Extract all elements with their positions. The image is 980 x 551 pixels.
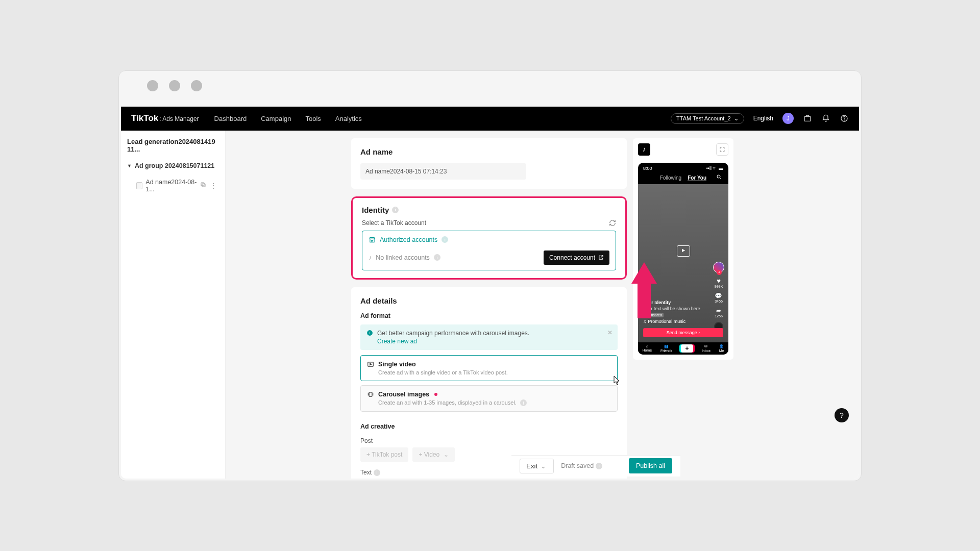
briefcase-icon[interactable] (803, 114, 812, 123)
info-banner: i Get better campaign performance with c… (360, 324, 618, 350)
top-nav: TikTok : Ads Manager Dashboard Campaign … (121, 107, 859, 131)
preview-cta: Send message › (643, 328, 723, 337)
brand-logo[interactable]: TikTok : Ads Manager (131, 113, 199, 123)
help-icon[interactable] (840, 114, 849, 123)
banner-text: Get better campaign performance with car… (377, 330, 529, 337)
browser-window: TikTok : Ads Manager Dashboard Campaign … (118, 70, 862, 481)
app-body: TikTok : Ads Manager Dashboard Campaign … (121, 107, 859, 479)
music-note-icon: ♪ (369, 254, 372, 261)
share-icon: ➦1256 (715, 307, 723, 318)
nav-analytics[interactable]: Analytics (335, 115, 362, 122)
tab-friends: 👥Friends (660, 344, 672, 353)
sponsored-badge: Sponsored (643, 313, 664, 317)
format-carousel[interactable]: Carousel images Create an ad with 1-35 i… (360, 385, 618, 412)
tab-home: ⌂Home (642, 344, 652, 353)
banner-content: Get better campaign performance with car… (377, 330, 529, 345)
sidebar: Lead generation2024081419​11... ▼ Ad gro… (121, 131, 226, 479)
chevron-down-icon: ⌄ (734, 115, 739, 122)
tab-foryou: For You (688, 175, 706, 181)
carousel-icon (367, 391, 374, 398)
phone-tabs: Following For You (638, 174, 728, 184)
account-selector[interactable]: TTAM Test Account_2 ⌄ (671, 113, 744, 124)
chevron-down-icon: ⌄ (541, 462, 546, 470)
tiktok-app-icon: ♪ (638, 143, 650, 156)
phone-preview: 8:00 ••ll ᯤ ▬ Following For You (638, 163, 728, 355)
video-placeholder-icon (677, 245, 690, 257)
connect-account-button[interactable]: Connect account (544, 251, 609, 265)
identity-card: Identity i Select a TikTok account (351, 196, 627, 280)
ad-item-label: Ad name2024-08-1... (145, 179, 197, 193)
chevron-down-icon: ⌄ (444, 451, 449, 458)
nav-tools[interactable]: Tools (305, 115, 321, 122)
draft-status: Draft saved i (561, 462, 602, 469)
traffic-light-min[interactable] (169, 80, 180, 91)
account-box: Authorized accounts i ♪ No linked accoun… (362, 231, 616, 270)
carousel-title: Carousel images (378, 391, 429, 398)
post-label: Post (360, 437, 618, 444)
search-icon (716, 174, 722, 180)
no-linked-label: No linked accounts (376, 254, 430, 261)
side-icons: ♥999K 💬3456 ➦1256 (713, 262, 724, 331)
caption-area: Your Identity Your text will be shown he… (643, 300, 700, 324)
exit-button[interactable]: Exit ⌄ (520, 459, 554, 473)
more-icon[interactable]: ⋮ (210, 182, 217, 189)
music-line: ♫ Promotional music (643, 319, 700, 324)
sidebar-ad-item[interactable]: Ad name2024-08-1... ⋮ (127, 176, 219, 196)
svg-point-9 (717, 175, 720, 178)
info-icon: i (366, 330, 373, 336)
svg-rect-4 (201, 183, 204, 186)
phone-tabbar: ⌂Home 👥Friends + ✉Inbox 👤Me (638, 342, 728, 355)
brand-sub: : Ads Manager (159, 115, 199, 122)
language-label[interactable]: English (753, 115, 773, 122)
carousel-desc: Create an ad with 1-35 images, displayed… (378, 399, 611, 407)
preview-card: ♪ 8:00 ••ll ᯤ ▬ Following For You (633, 138, 733, 360)
sidebar-campaign[interactable]: Lead generation2024081419​11... (127, 138, 219, 153)
traffic-light-close[interactable] (147, 80, 158, 91)
close-icon[interactable]: ✕ (607, 329, 612, 336)
tiktok-post-button[interactable]: + TikTok post (360, 447, 408, 462)
ad-format-label: Ad format (360, 312, 618, 319)
brand-name: TikTok (131, 113, 158, 123)
bell-icon[interactable] (821, 114, 830, 123)
copy-icon[interactable] (200, 182, 206, 189)
nav-dashboard[interactable]: Dashboard (214, 115, 247, 122)
ad-name-input[interactable] (360, 163, 526, 180)
format-single-video[interactable]: Single video Create ad with a single vid… (360, 355, 618, 381)
info-icon[interactable]: i (442, 236, 448, 243)
refresh-icon[interactable] (609, 219, 616, 227)
help-fab[interactable]: ? (835, 408, 849, 422)
authorized-row[interactable]: Authorized accounts i (369, 236, 609, 243)
expand-icon[interactable] (716, 143, 728, 156)
identity-select-label: Select a TikTok account (362, 219, 616, 227)
single-video-desc: Create ad with a single video or a TikTo… (378, 369, 611, 375)
phone-status-bar: 8:00 ••ll ᯤ ▬ (638, 163, 728, 174)
text-line: Your text will be shown here (643, 306, 700, 311)
ad-details-title: Ad details (360, 296, 618, 305)
tab-following: Following (660, 175, 681, 181)
user-avatar[interactable]: J (782, 113, 794, 124)
sidebar-adgroup[interactable]: ▼ Ad group 20240815071121 (127, 160, 219, 171)
banner-link[interactable]: Create new ad (377, 338, 529, 345)
content-area: Lead generation2024081419​11... ▼ Ad gro… (121, 131, 859, 479)
info-icon[interactable]: i (434, 254, 440, 261)
phone-screen: ♥999K 💬3456 ➦1256 Your Identity Your tex… (638, 184, 728, 342)
ad-name-card: Ad name (351, 138, 627, 189)
preview-column: ♪ 8:00 ••ll ᯤ ▬ Following For You (633, 138, 733, 479)
svg-point-2 (844, 120, 845, 120)
ad-creative-label: Ad creative (360, 423, 618, 430)
traffic-light-max[interactable] (191, 80, 202, 91)
nav-right: TTAM Test Account_2 ⌄ English J (671, 113, 849, 124)
like-icon: ♥999K (715, 277, 723, 288)
single-video-title: Single video (378, 361, 416, 368)
info-icon[interactable]: i (392, 207, 399, 213)
publish-button[interactable]: Publish all (629, 458, 672, 473)
account-name: TTAM Test Account_2 (676, 115, 731, 121)
storefront-icon (369, 236, 376, 243)
video-button[interactable]: + Video ⌄ (412, 447, 454, 462)
identity-title: Identity i (362, 206, 616, 214)
info-icon[interactable]: i (596, 463, 602, 469)
nav-campaign[interactable]: Campaign (261, 115, 291, 122)
info-icon[interactable]: i (520, 399, 527, 406)
info-icon[interactable]: i (374, 469, 380, 476)
svg-rect-8 (369, 392, 372, 396)
